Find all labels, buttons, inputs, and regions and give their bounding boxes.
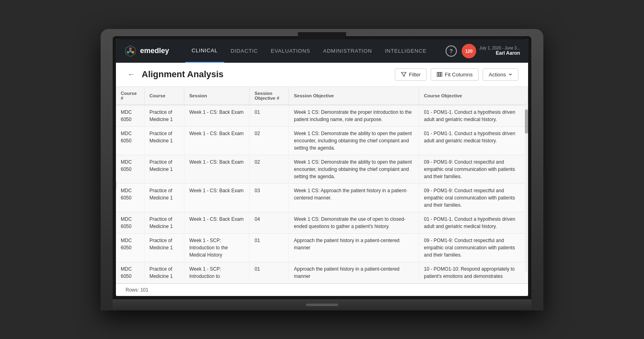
logo-icon bbox=[124, 45, 137, 58]
cell-session: Week 1 - SCP: Introduction to bbox=[184, 262, 250, 283]
user-date: July 1, 2020 - June 3... bbox=[479, 46, 520, 50]
header-actions: Filter Fit Columns Actions bbox=[395, 68, 518, 81]
cell-course: Practice of Medicine 1 bbox=[144, 233, 184, 262]
cell-course-num: MDC 6050 bbox=[116, 105, 144, 127]
nav-clinical[interactable]: CLINICAL bbox=[185, 39, 224, 63]
filter-icon bbox=[401, 72, 407, 77]
svg-point-1 bbox=[129, 47, 132, 50]
main-content: ← Alignment Analysis Filter bbox=[116, 63, 528, 296]
nav-intelligence[interactable]: INTELLIGENCE bbox=[378, 39, 433, 63]
rows-footer: Rows: 101 bbox=[116, 284, 528, 296]
cell-session-obj-num: 02 bbox=[250, 126, 289, 155]
actions-button[interactable]: Actions bbox=[483, 68, 518, 81]
col-course: Course bbox=[144, 87, 184, 105]
fit-columns-button[interactable]: Fit Columns bbox=[431, 68, 479, 81]
cell-session-obj-num: 01 bbox=[250, 105, 289, 127]
app-name: emedley bbox=[140, 47, 169, 55]
cell-session: Week 1 - CS: Back Exam bbox=[184, 212, 250, 233]
cell-session: Week 1 - CS: Back Exam bbox=[184, 126, 250, 155]
logo-area[interactable]: emedley bbox=[124, 45, 169, 58]
cell-session-obj: Week 1 CS: Demonstrate the use of open t… bbox=[289, 212, 419, 233]
scrollbar-thumb[interactable] bbox=[525, 109, 528, 134]
page-header: ← Alignment Analysis Filter bbox=[116, 63, 528, 87]
cell-session-obj: Week 1 CS: Demonstrate the proper introd… bbox=[289, 105, 419, 127]
page-title: Alignment Analysis bbox=[142, 69, 223, 80]
cell-course-num: MDC 6050 bbox=[116, 262, 144, 283]
col-session-obj-num: Session Objective # bbox=[250, 87, 289, 105]
data-table: Course # Course Session Session Objectiv… bbox=[116, 87, 528, 284]
svg-point-3 bbox=[127, 51, 129, 53]
col-session: Session bbox=[184, 87, 250, 105]
help-button[interactable]: ? bbox=[446, 45, 457, 57]
svg-rect-5 bbox=[437, 72, 438, 76]
cell-course: Practice of Medicine 1 bbox=[144, 155, 184, 183]
cell-session-obj-num: 01 bbox=[250, 262, 289, 283]
table-body: MDC 6050 Practice of Medicine 1 Week 1 -… bbox=[116, 105, 528, 284]
cell-session-obj: Week 1 CS: Demonstrate the ability to op… bbox=[289, 155, 419, 183]
cell-course: Practice of Medicine 1 bbox=[144, 126, 184, 155]
laptop-base bbox=[113, 299, 531, 310]
table-row[interactable]: MDC 6050 Practice of Medicine 1 Week 1 -… bbox=[116, 155, 528, 183]
cell-session: Week 1 - CS: Back Exam bbox=[184, 105, 250, 127]
nav-links: CLINICAL DIDACTIC EVALUATIONS ADMINISTRA… bbox=[185, 39, 446, 63]
table-row[interactable]: MDC 6050 Practice of Medicine 1 Week 1 -… bbox=[116, 233, 528, 262]
cell-session: Week 1 - SCP: Introduction to the Medica… bbox=[184, 233, 250, 262]
user-info: July 1, 2020 - June 3... Earl Aaron bbox=[479, 46, 520, 56]
cell-session-obj-num: 04 bbox=[250, 212, 289, 233]
nav-didactic[interactable]: DIDACTIC bbox=[224, 39, 264, 63]
nav-right: ? 120 July 1, 2020 - June 3... Earl Aaro… bbox=[446, 44, 520, 58]
cell-course-obj: 09 - POM1-9: Conduct respectful and empa… bbox=[419, 155, 528, 183]
table-row[interactable]: MDC 6050 Practice of Medicine 1 Week 1 -… bbox=[116, 262, 528, 283]
table-row[interactable]: MDC 6050 Practice of Medicine 1 Week 1 -… bbox=[116, 212, 528, 233]
cell-course-obj: 09 - POM1-9: Conduct respectful and empa… bbox=[419, 233, 528, 262]
cell-course: Practice of Medicine 1 bbox=[144, 262, 184, 283]
cell-course: Practice of Medicine 1 bbox=[144, 212, 184, 233]
filter-button[interactable]: Filter bbox=[395, 68, 427, 81]
cell-course-obj: 10 - POMO1-10: Respond appropriately to … bbox=[419, 262, 528, 283]
cell-course: Practice of Medicine 1 bbox=[144, 105, 184, 127]
cell-session-obj: Approach the patient history in a patien… bbox=[289, 262, 419, 283]
nav-evaluations[interactable]: EVALUATIONS bbox=[264, 39, 317, 63]
svg-rect-6 bbox=[439, 72, 440, 76]
svg-point-2 bbox=[132, 51, 134, 53]
columns-icon bbox=[437, 72, 442, 77]
cell-course-obj: 09 - POM1-9: Conduct respectful and empa… bbox=[419, 183, 528, 212]
trackpad bbox=[306, 304, 338, 306]
cell-session-obj-num: 03 bbox=[250, 183, 289, 212]
cell-course-obj: 01 - POM1-1. Conduct a hypothesis driven… bbox=[419, 212, 528, 233]
user-badge[interactable]: 120 July 1, 2020 - June 3... Earl Aaron bbox=[462, 44, 520, 58]
cell-course-num: MDC 6050 bbox=[116, 183, 144, 212]
svg-point-4 bbox=[129, 50, 132, 52]
cell-session: Week 1 - CS: Back Exam bbox=[184, 183, 250, 212]
navbar: emedley CLINICAL DIDACTIC EVALUATIONS AD… bbox=[116, 39, 528, 63]
svg-rect-7 bbox=[441, 72, 442, 76]
cell-course-num: MDC 6050 bbox=[116, 212, 144, 233]
cell-session-obj-num: 02 bbox=[250, 155, 289, 183]
col-course-num: Course # bbox=[116, 87, 144, 105]
col-session-obj: Session Objective bbox=[289, 87, 419, 105]
cell-course-obj: 01 - POM1-1. Conduct a hypothesis driven… bbox=[419, 126, 528, 155]
cell-course-num: MDC 6050 bbox=[116, 233, 144, 262]
cell-course-num: MDC 6050 bbox=[116, 126, 144, 155]
cell-session-obj: Week 1 CS: Demonstrate the ability to op… bbox=[289, 126, 419, 155]
table-container: » Course # Course Ses bbox=[116, 87, 528, 284]
collapse-handle[interactable]: » bbox=[116, 181, 117, 189]
scrollbar-track[interactable] bbox=[525, 101, 528, 271]
cell-course-num: MDC 6050 bbox=[116, 155, 144, 183]
col-course-obj: Course Objective bbox=[419, 87, 528, 105]
page-title-area: ← Alignment Analysis bbox=[126, 69, 223, 80]
cell-course: Practice of Medicine 1 bbox=[144, 183, 184, 212]
table-row[interactable]: MDC 6050 Practice of Medicine 1 Week 1 -… bbox=[116, 126, 528, 155]
cell-session-obj: Approach the patient history in a patien… bbox=[289, 233, 419, 262]
cell-session: Week 1 - CS: Back Exam bbox=[184, 155, 250, 183]
nav-administration[interactable]: ADMINISTRATION bbox=[317, 39, 378, 63]
chevron-down-icon bbox=[508, 72, 512, 76]
table-row[interactable]: MDC 6050 Practice of Medicine 1 Week 1 -… bbox=[116, 183, 528, 212]
user-name: Earl Aaron bbox=[479, 50, 520, 56]
cell-course-obj: 01 - POM1-1. Conduct a hypothesis driven… bbox=[419, 105, 528, 127]
notification-badge[interactable]: 120 bbox=[462, 44, 476, 58]
cell-session-obj-num: 01 bbox=[250, 233, 289, 262]
back-button[interactable]: ← bbox=[126, 69, 137, 80]
cell-session-obj: Week 1 CS: Approach the patient history … bbox=[289, 183, 419, 212]
table-row[interactable]: MDC 6050 Practice of Medicine 1 Week 1 -… bbox=[116, 105, 528, 127]
